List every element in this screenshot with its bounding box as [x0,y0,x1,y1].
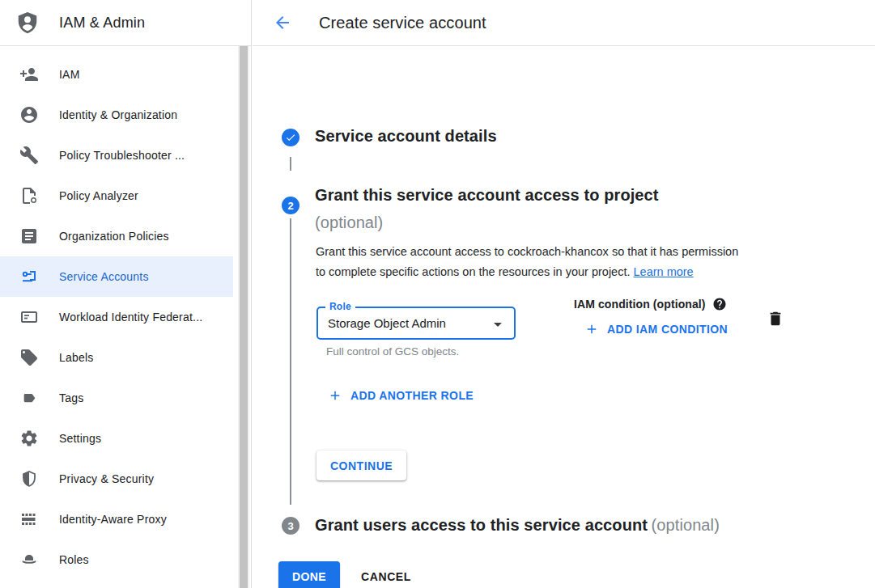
gear-icon [19,429,39,448]
step2-title: Grant this service account access to pro… [315,181,752,209]
sidebar-item-identity-organization[interactable]: Identity & Organization [0,95,233,135]
service-account-key-icon [19,267,39,286]
sidebar-item-roles[interactable]: Roles [0,539,233,580]
sidebar-item-workload-identity-federation[interactable]: Workload Identity Federat... [0,297,233,337]
step1-indicator [282,129,299,146]
check-icon [285,132,296,143]
sidebar-item-label: Policy Troubleshooter ... [59,149,185,162]
sidebar-nav: IAM Identity & Organization Policy Troub… [0,46,251,580]
sidebar-item-label: Tags [59,391,83,404]
main-panel: Create service account Service account d… [253,0,875,588]
help-icon[interactable] [712,297,727,311]
step-connector [290,157,291,171]
person-add-icon [19,65,39,84]
learn-more-link[interactable]: Learn more [634,265,694,278]
sidebar-item-organization-policies[interactable]: Organization Policies [0,216,233,256]
plus-icon [584,322,599,336]
add-iam-condition-label: ADD IAM CONDITION [607,323,728,336]
role-selected-value: Storage Object Admin [328,316,446,330]
sidebar-item-label: Organization Policies [59,230,169,243]
role-select[interactable]: Role Storage Object Admin [316,307,516,340]
back-button[interactable] [273,13,292,32]
wizard-content: Service account details 2 Grant this ser… [253,46,875,588]
add-another-role-label: ADD ANOTHER ROLE [350,389,474,402]
sidebar-header: IAM & Admin [0,0,251,46]
sidebar-item-settings[interactable]: Settings [0,418,233,459]
role-helper-text: Full control of GCS objects. [326,345,459,357]
sidebar-item-label: Workload Identity Federat... [59,311,202,324]
sidebar-item-label: Roles [59,553,89,566]
tag-arrow-icon [19,388,39,408]
step2-indicator: 2 [282,197,299,214]
sidebar-item-label: IAM [59,68,80,81]
document-lines-icon [19,226,39,246]
sidebar-scrollbar-thumb[interactable] [240,46,248,588]
step3-indicator: 3 [282,517,299,535]
step2-optional-label: (optional) [315,209,752,236]
sidebar-item-label: Identity-Aware Proxy [59,513,167,526]
step2-number: 2 [287,200,293,212]
badge-card-icon [19,307,39,327]
step1-title: Service account details [315,127,497,146]
arrow-back-icon [273,13,292,32]
description-line1: Grant this service account access to coc… [316,245,738,258]
shield-person-icon [15,11,40,35]
sidebar-item-privacy-security[interactable]: Privacy & Security [0,459,233,499]
bowler-hat-icon [19,550,39,569]
sidebar-item-policy-analyzer[interactable]: Policy Analyzer [0,176,233,216]
role-field-label: Role [325,301,355,312]
continue-button[interactable]: CONTINUE [316,451,406,480]
description-line2: to complete specific actions on the reso… [316,265,630,278]
step2-description: Grant this service account access to coc… [316,242,818,282]
sidebar-title: IAM & Admin [59,15,145,32]
account-circle-icon [19,105,39,125]
add-iam-condition-button[interactable]: ADD IAM CONDITION [584,322,728,336]
wrench-icon [19,146,39,165]
step3-heading: Grant users access to this service accou… [315,516,720,535]
sidebar-item-label: Identity & Organization [59,108,177,121]
cancel-button[interactable]: CANCEL [351,561,421,588]
document-analyze-icon [19,186,39,205]
sidebar-item-tags[interactable]: Tags [0,378,233,418]
chevron-down-icon [488,315,508,334]
main-header: Create service account [253,0,875,46]
sidebar-item-policy-troubleshooter[interactable]: Policy Troubleshooter ... [0,135,233,176]
sidebar-item-identity-aware-proxy[interactable]: Identity-Aware Proxy [0,499,233,539]
done-button[interactable]: DONE [278,561,340,588]
sidebar-item-label: Service Accounts [59,270,149,283]
sidebar-item-iam[interactable]: IAM [0,54,233,95]
sidebar-item-label: Policy Analyzer [59,189,138,202]
iam-condition-header: IAM condition (optional) [574,297,727,311]
label-tag-icon [19,348,39,367]
step3-number: 3 [287,520,293,532]
step2-heading: Grant this service account access to pro… [315,181,752,236]
sidebar-item-label: Labels [59,351,93,364]
sidebar-scrollbar-track [238,46,249,588]
iam-condition-label: IAM condition (optional) [574,298,706,311]
delete-role-button[interactable] [767,309,786,328]
half-shield-icon [19,469,39,489]
sidebar-item-labels[interactable]: Labels [0,337,233,378]
filmstrip-icon [19,510,39,529]
sidebar: IAM & Admin IAM Identity & Organization … [0,0,252,588]
plus-icon [328,388,342,403]
sidebar-item-label: Settings [59,432,101,445]
trash-icon [767,310,784,328]
page-title: Create service account [319,14,486,32]
step-connector [290,218,291,505]
sidebar-item-label: Privacy & Security [59,472,154,485]
add-another-role-button[interactable]: ADD ANOTHER ROLE [328,388,474,403]
sidebar-item-service-accounts[interactable]: Service Accounts [0,256,233,297]
step3-title: Grant users access to this service accou… [315,516,648,534]
step3-optional-label: (optional) [652,516,720,534]
